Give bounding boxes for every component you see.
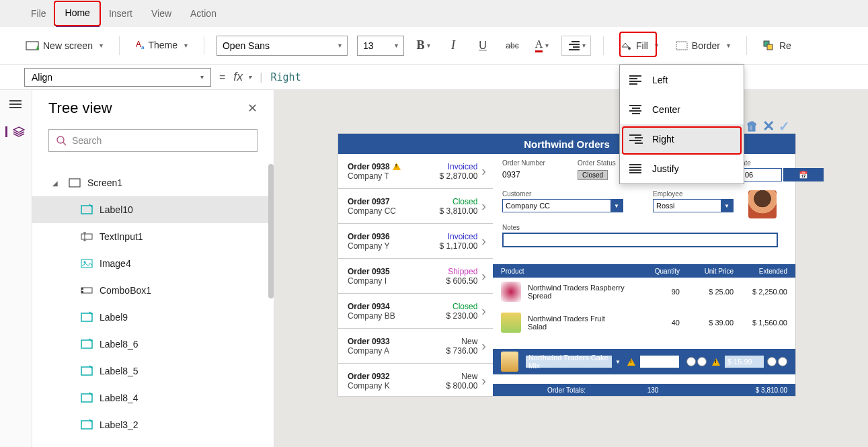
chevron-down-icon: ▼ <box>612 356 624 368</box>
border-button[interactable]: Border▾ <box>672 38 734 54</box>
order-date-label: ate <box>742 159 824 167</box>
search-icon <box>56 135 67 146</box>
order-row[interactable]: Order 0938Company TInvoiced$ 2,870.00› <box>338 154 493 189</box>
notes-input[interactable] <box>502 233 778 247</box>
menu-insert[interactable]: Insert <box>100 0 142 27</box>
order-row[interactable]: Order 0932Company KNew$ 800.00› <box>338 364 493 396</box>
order-row[interactable]: Order 0933Company ANew$ 736.00› <box>338 329 493 364</box>
fx-label[interactable]: fx▾ <box>233 70 251 84</box>
cancel-icon[interactable]: ✕ <box>762 118 775 135</box>
collapse-icon[interactable]: ◢ <box>52 179 59 187</box>
font-color-button[interactable]: A▾ <box>532 36 552 56</box>
chevron-right-icon: › <box>481 303 486 319</box>
tree-item-label9[interactable]: Label9 <box>32 304 274 331</box>
order-row[interactable]: Order 0937Company CCClosed$ 3,810.00› <box>338 189 493 224</box>
product-dropdown[interactable]: Northwind Traders Cake Mix ▼ <box>525 355 625 368</box>
svg-rect-13 <box>81 234 92 239</box>
align-justify-icon <box>629 164 643 173</box>
tree-item-label8_4[interactable]: Label8_4 <box>32 384 274 411</box>
warning-icon <box>627 358 635 366</box>
menu-view[interactable]: View <box>142 0 181 27</box>
align-center-option[interactable]: Center <box>620 95 744 124</box>
tree-root-screen[interactable]: ◢ Screen1 <box>32 169 274 196</box>
underline-button[interactable]: U <box>473 36 493 56</box>
save-icon[interactable]: ✓ <box>779 118 790 134</box>
chevron-down-icon: ▾ <box>100 42 103 49</box>
product-image <box>501 352 518 372</box>
delete-icon[interactable]: 🗑 <box>746 120 758 134</box>
fill-button[interactable]: Fill▾ <box>616 38 662 54</box>
control-icon <box>81 311 93 323</box>
product-image <box>501 313 521 333</box>
order-row[interactable]: Order 0935Company IShipped$ 606.50› <box>338 259 493 294</box>
hamburger-icon[interactable] <box>9 99 23 110</box>
strike-button[interactable]: abc <box>502 36 522 56</box>
order-row[interactable]: Order 0934Company BBClosed$ 230.00› <box>338 294 493 329</box>
close-icon[interactable]: ✕ <box>247 101 258 116</box>
menu-file[interactable]: File <box>22 0 56 27</box>
align-right-option[interactable]: Right <box>620 124 744 154</box>
layers-icon[interactable] <box>5 126 24 137</box>
fill-icon <box>620 40 632 51</box>
align-button[interactable]: ▾ <box>561 36 591 56</box>
svg-text:+: + <box>36 44 39 50</box>
control-icon <box>81 338 93 350</box>
customer-label: Customer <box>502 190 630 198</box>
chevron-down-icon: ▼ <box>721 200 733 212</box>
warning-icon <box>393 163 401 170</box>
fontsize-select[interactable]: 13▾ <box>357 36 404 56</box>
svg-point-18 <box>84 261 86 263</box>
reorder-button[interactable]: Re <box>759 38 795 54</box>
tree-item-label10[interactable]: Label10 <box>32 196 274 223</box>
svg-rect-5 <box>767 44 773 50</box>
svg-point-9 <box>57 136 64 143</box>
tree-item-combobox1[interactable]: ComboBox1 <box>32 277 274 304</box>
menu-home[interactable]: Home <box>56 0 100 27</box>
line-item-row[interactable]: Northwind Traders Fruit Salad40$ 39.00$ … <box>493 309 795 337</box>
order-date-field[interactable]: 06 <box>742 168 782 181</box>
search-input[interactable]: Search <box>48 129 258 152</box>
tree-item-textinput1[interactable]: TextInput1 <box>32 223 274 250</box>
customer-dropdown[interactable]: Company CC ▼ <box>502 199 623 212</box>
font-select[interactable]: Open Sans▾ <box>216 36 348 56</box>
qty-input[interactable] <box>639 355 680 368</box>
control-icon <box>81 365 93 377</box>
chevron-down-icon: ▾ <box>727 42 730 49</box>
chevron-down-icon: ▾ <box>395 42 398 49</box>
align-left-option[interactable]: Left <box>620 65 744 95</box>
screen-ctrl-icon <box>69 177 81 189</box>
employee-dropdown[interactable]: Rossi ▼ <box>653 199 734 212</box>
left-rail <box>0 90 32 447</box>
orders-gallery[interactable]: Order 0938Company TInvoiced$ 2,870.00›Or… <box>338 154 493 396</box>
italic-button[interactable]: I <box>443 36 463 56</box>
price-input[interactable]: $ 15.99 <box>724 355 764 368</box>
tree-title: Tree view <box>48 99 112 117</box>
chevron-down-icon: ▾ <box>248 73 251 81</box>
scrollbar[interactable] <box>268 164 274 298</box>
order-row[interactable]: Order 0936Company YInvoiced$ 1,170.00› <box>338 224 493 259</box>
svg-rect-20 <box>81 288 83 290</box>
align-justify-option[interactable]: Justify <box>620 154 744 184</box>
line-item-row[interactable]: Northwind Traders Raspberry Spread90$ 25… <box>493 278 795 306</box>
employee-label: Employee <box>653 190 740 198</box>
svg-rect-23 <box>81 340 92 348</box>
menu-action[interactable]: Action <box>181 0 226 27</box>
bold-button[interactable]: B▾ <box>413 36 434 56</box>
border-icon <box>676 41 688 50</box>
formula-value-input[interactable]: Right <box>271 71 301 83</box>
tree-item-label8_6[interactable]: Label8_6 <box>32 331 274 358</box>
tree-item-label8_5[interactable]: Label8_5 <box>32 358 274 384</box>
canvas-area[interactable]: Northwind Orders 🗑 ✕ ✓ Order 0938Company… <box>274 90 868 447</box>
calendar-icon[interactable]: 📅 <box>783 168 824 181</box>
theme-button[interactable]: Aa Theme▾ <box>132 37 192 53</box>
new-line-row[interactable]: Northwind Traders Cake Mix ▼ $ 15.99 <box>493 349 795 374</box>
property-select[interactable]: Align▾ <box>24 68 211 87</box>
order-status-badge: Closed <box>578 170 608 180</box>
tree-item-label3_2[interactable]: Label3_2 <box>32 411 274 438</box>
tree-item-image4[interactable]: Image4 <box>32 250 274 277</box>
chevron-down-icon: ▾ <box>184 42 188 49</box>
screen-icon: + <box>26 41 39 50</box>
new-screen-button[interactable]: + New screen▾ <box>22 38 107 54</box>
svg-line-10 <box>63 143 66 145</box>
ribbon-toolbar: + New screen▾ Aa Theme▾ Open Sans▾ 13▾ B… <box>0 27 868 65</box>
